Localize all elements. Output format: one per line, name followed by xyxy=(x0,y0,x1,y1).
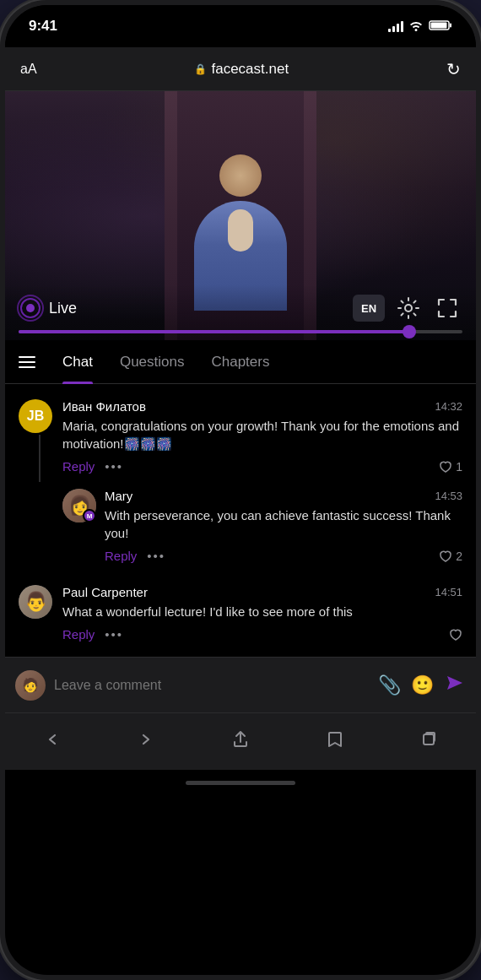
comment-header: Иван Филатов 14:32 xyxy=(62,399,462,414)
notch xyxy=(177,5,304,30)
comment-item: JB Иван Филатов 14:32 Maria, congratulat… xyxy=(5,391,476,482)
svg-rect-2 xyxy=(450,23,451,27)
comment-text: What a wonderful lecture! I'd like to se… xyxy=(62,603,462,620)
tab-chat-label: Chat xyxy=(62,354,93,371)
svg-rect-1 xyxy=(431,22,447,28)
battery-icon xyxy=(429,19,452,34)
more-options-button[interactable]: ••• xyxy=(105,459,123,474)
video-controls: Live EN xyxy=(5,284,476,340)
settings-button[interactable] xyxy=(393,293,424,323)
avatar: JB xyxy=(19,399,52,433)
video-top-controls: Live EN xyxy=(19,293,462,323)
comment-actions: Reply ••• 2 xyxy=(105,549,462,563)
status-time: 9:41 xyxy=(29,18,57,35)
comment-content: Paul Carpenter 14:51 What a wonderful le… xyxy=(62,585,462,642)
avatar: 👨 xyxy=(19,585,52,619)
browser-url: facecast.net xyxy=(211,61,289,78)
comment-header: Paul Carpenter 14:51 xyxy=(62,585,462,599)
svg-point-3 xyxy=(405,305,412,311)
comment-actions: Reply ••• xyxy=(62,627,462,642)
live-pulse-icon xyxy=(19,296,42,320)
tab-chapters[interactable]: Chapters xyxy=(197,340,283,384)
like-button[interactable]: 1 xyxy=(439,460,462,474)
person-silhouette xyxy=(190,154,291,306)
tab-questions[interactable]: Questions xyxy=(106,340,198,384)
comment-header: Mary 14:53 xyxy=(105,489,462,503)
tabs-button[interactable] xyxy=(411,722,446,762)
browser-bar: aA 🔒 facecast.net ↻ xyxy=(5,47,476,91)
like-button[interactable]: 2 xyxy=(439,550,462,563)
phone-shell: 9:41 xyxy=(0,0,481,980)
tab-chat[interactable]: Chat xyxy=(49,340,106,384)
reply-button[interactable]: Reply xyxy=(62,627,95,642)
progress-fill xyxy=(19,330,409,333)
bookmarks-button[interactable] xyxy=(317,722,353,762)
comments-list: JB Иван Филатов 14:32 Maria, congratulat… xyxy=(5,384,476,657)
like-count: 2 xyxy=(456,550,462,563)
chat-section: Chat Questions Chapters JB xyxy=(5,340,476,712)
tab-questions-label: Questions xyxy=(120,354,185,371)
comment-content: Иван Филатов 14:32 Maria, congratulation… xyxy=(62,399,462,474)
status-icons xyxy=(388,19,452,34)
forward-button[interactable] xyxy=(128,722,164,762)
more-options-button[interactable]: ••• xyxy=(105,627,123,642)
avatar-badge: M xyxy=(83,509,96,522)
live-dot xyxy=(26,304,35,312)
comment-time: 14:51 xyxy=(435,586,462,598)
like-button[interactable] xyxy=(449,628,462,642)
svg-rect-4 xyxy=(424,734,434,744)
refresh-button[interactable]: ↻ xyxy=(446,59,461,79)
reply-item: 👩 M Mary 14:53 With perseverance, you ca… xyxy=(5,482,476,570)
comment-input[interactable] xyxy=(54,678,370,693)
wifi-icon xyxy=(408,19,424,34)
reply-button[interactable]: Reply xyxy=(62,459,95,474)
avatar: 👩 M xyxy=(62,489,96,522)
share-button[interactable] xyxy=(223,722,258,762)
home-bar xyxy=(186,781,295,785)
video-right-controls: EN xyxy=(353,293,462,323)
comment-content: Mary 14:53 With perseverance, you can ac… xyxy=(105,489,462,563)
comment-author: Mary xyxy=(105,489,132,503)
comment-text: Maria, congratulations on your growth! T… xyxy=(62,417,462,452)
signal-icon xyxy=(388,20,403,32)
video-player[interactable]: Live EN xyxy=(5,91,476,340)
comment-actions: Reply ••• 1 xyxy=(62,459,462,474)
phone-screen: 9:41 xyxy=(5,5,476,975)
comment-item: 👨 Paul Carpenter 14:51 What a wonderful … xyxy=(5,577,476,650)
user-avatar: 🧑 xyxy=(15,670,46,701)
bottom-browser-bar xyxy=(5,712,476,770)
progress-bar[interactable] xyxy=(19,330,462,333)
browser-url-bar[interactable]: 🔒 facecast.net xyxy=(37,61,446,78)
comment-text: With perseverance, you can achieve fanta… xyxy=(105,506,462,542)
attachment-icon[interactable]: 📎 xyxy=(378,674,401,696)
input-actions: 📎 🙂 xyxy=(378,672,466,699)
live-badge: Live xyxy=(19,296,77,320)
send-button[interactable] xyxy=(444,672,466,699)
tab-chapters-label: Chapters xyxy=(211,354,269,371)
comment-author: Иван Филатов xyxy=(62,399,146,414)
language-button[interactable]: EN xyxy=(353,295,385,322)
chat-tabs: Chat Questions Chapters xyxy=(5,340,476,384)
comment-time: 14:32 xyxy=(435,400,462,413)
fullscreen-button[interactable] xyxy=(432,293,462,323)
browser-aa[interactable]: aA xyxy=(20,62,37,77)
home-indicator xyxy=(5,770,476,795)
back-button[interactable] xyxy=(35,722,70,762)
live-label: Live xyxy=(49,300,77,317)
comment-input-bar: 🧑 📎 🙂 xyxy=(5,657,476,712)
lock-icon: 🔒 xyxy=(194,63,207,75)
reply-button[interactable]: Reply xyxy=(105,549,137,563)
more-options-button[interactable]: ••• xyxy=(147,549,165,563)
hamburger-menu-button[interactable] xyxy=(19,356,35,368)
comment-author: Paul Carpenter xyxy=(62,585,148,599)
like-count: 1 xyxy=(456,460,462,474)
person-head xyxy=(219,154,262,197)
emoji-icon[interactable]: 🙂 xyxy=(411,674,434,696)
comment-time: 14:53 xyxy=(435,490,462,502)
